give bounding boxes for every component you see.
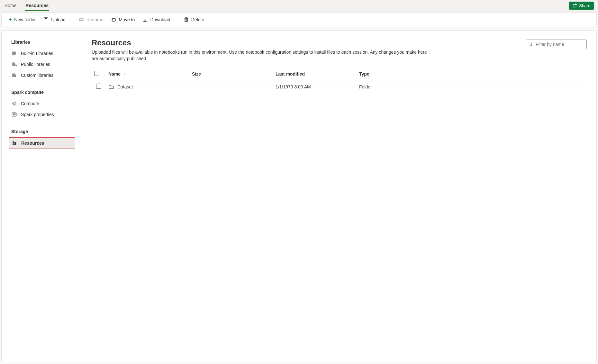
column-header-label: Name [108, 71, 121, 77]
search-icon [528, 42, 533, 47]
sidebar-item-builtin-libraries[interactable]: Built-in Libraries [2, 48, 82, 59]
sidebar-item-compute[interactable]: Compute [2, 98, 82, 109]
sidebar-item-spark-properties[interactable]: Spark properties [2, 109, 82, 120]
sidebar-item-label: Public libraries [21, 62, 50, 67]
toolbar-divider [177, 15, 177, 24]
cell-name: Dataset [117, 84, 133, 89]
page-description: Uploaded files will be available in note… [92, 49, 432, 62]
checkbox-icon[interactable] [94, 71, 99, 76]
new-folder-label: New folder [14, 17, 36, 22]
toolbar-divider [72, 15, 72, 24]
select-all-header[interactable] [92, 68, 106, 80]
tab-resources[interactable]: Resources [25, 1, 49, 11]
content: Resources Uploaded files will be availab… [82, 31, 596, 362]
move-to-label: Move to [119, 17, 135, 22]
rename-icon [79, 17, 84, 22]
sidebar-item-public-libraries[interactable]: Public libraries [2, 59, 82, 70]
search-box [526, 40, 587, 49]
new-folder-button[interactable]: + New folder [5, 15, 39, 24]
column-header-name[interactable]: Name ↑ [106, 68, 189, 80]
download-button[interactable]: Download [139, 15, 173, 24]
sidebar: Libraries Built-in Libraries Public libr… [2, 31, 82, 362]
rename-label: Rename [86, 17, 104, 22]
share-icon [573, 4, 577, 8]
folder-icon [108, 84, 114, 90]
toolbar: + New folder Upload Rename Move to Downl… [1, 12, 597, 27]
cell-modified: 1/1/1970 8:00 AM [273, 80, 357, 93]
upload-button[interactable]: Upload [40, 15, 68, 24]
svg-point-6 [529, 43, 531, 45]
search-input[interactable] [526, 40, 587, 49]
share-button[interactable]: Share [569, 2, 594, 10]
cell-size: - [189, 80, 273, 93]
sidebar-item-label: Compute [21, 101, 39, 106]
sidebar-group-spark: Spark compute [2, 86, 82, 98]
sort-asc-icon: ↑ [123, 72, 125, 77]
resources-icon [12, 140, 17, 146]
top-bar: Home Resources Share [0, 0, 598, 12]
main: Libraries Built-in Libraries Public libr… [1, 30, 597, 362]
move-to-button[interactable]: Move to [108, 15, 138, 24]
cell-type: Folder [357, 80, 587, 93]
download-label: Download [150, 17, 170, 22]
plus-icon: + [9, 17, 12, 23]
svg-rect-1 [79, 19, 83, 21]
checkbox-icon[interactable] [96, 84, 101, 89]
table-row[interactable]: Dataset - 1/1/1970 8:00 AM Folder [92, 80, 587, 93]
sidebar-item-resources[interactable]: Resources [9, 137, 75, 149]
sidebar-group-storage: Storage [2, 126, 82, 137]
delete-icon [184, 17, 189, 22]
column-header-type[interactable]: Type [357, 68, 587, 80]
sidebar-item-label: Built-in Libraries [21, 51, 53, 56]
share-label: Share [579, 3, 590, 8]
books-custom-icon [11, 72, 17, 78]
delete-label: Delete [191, 17, 204, 22]
books-share-icon [11, 61, 17, 67]
delete-button[interactable]: Delete [180, 15, 207, 24]
svg-point-3 [15, 65, 17, 66]
page-title: Resources [92, 38, 519, 47]
sidebar-group-libraries: Libraries [2, 36, 82, 48]
upload-label: Upload [51, 17, 65, 22]
rename-button: Rename [76, 15, 107, 24]
upload-icon [43, 17, 49, 22]
resources-table: Name ↑ Size Last modified Type [92, 68, 587, 93]
column-header-size[interactable]: Size [189, 68, 273, 80]
svg-point-4 [13, 103, 15, 105]
books-icon [11, 50, 17, 56]
tab-home[interactable]: Home [4, 1, 17, 11]
top-tabs: Home Resources [4, 1, 49, 11]
sidebar-item-label: Resources [21, 141, 44, 146]
download-icon [142, 17, 148, 22]
sidebar-item-label: Spark properties [21, 112, 54, 117]
move-to-icon [111, 17, 116, 22]
list-icon [11, 112, 17, 117]
svg-rect-2 [112, 19, 115, 21]
content-header: Resources Uploaded files will be availab… [92, 38, 587, 62]
gear-icon [11, 101, 17, 106]
sidebar-item-label: Custom libraries [21, 73, 53, 78]
sidebar-item-custom-libraries[interactable]: Custom libraries [2, 70, 82, 81]
column-header-modified[interactable]: Last modified [273, 68, 357, 80]
